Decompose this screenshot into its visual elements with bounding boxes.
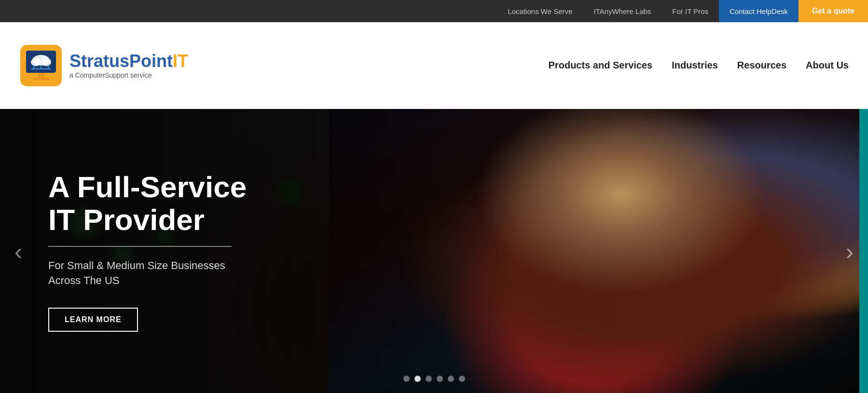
topbar-link-itpros[interactable]: For IT Pros (661, 0, 719, 22)
logo-tagline: a ComputerSupport service (69, 71, 188, 79)
logo-brand-it: IT (173, 51, 188, 71)
topbar-link-helpdesk[interactable]: Contact HelpDesk (719, 0, 799, 22)
hero-dot-3[interactable] (426, 376, 432, 382)
hero-subtitle: For Small & Medium Size BusinessesAcross… (48, 258, 247, 288)
logo-brand: StratusPointIT (69, 52, 188, 71)
hero-dot-1[interactable] (403, 376, 410, 382)
hero-title: A Full-Service IT Provider (48, 171, 247, 236)
topbar-link-labs[interactable]: ITAnyWhere Labs (583, 0, 661, 22)
hero-content: A Full-Service IT Provider For Small & M… (0, 171, 247, 332)
hero-section: A Full-Service IT Provider For Small & M… (0, 109, 868, 393)
hero-prev-arrow[interactable]: ‹ (10, 233, 27, 270)
hero-dots (403, 376, 465, 382)
learn-more-button[interactable]: LEARN MORE (48, 308, 138, 332)
header: StratusPointIT a ComputerSupport service… (0, 22, 868, 109)
logo-brand-stratus: StratusPoint (69, 51, 173, 71)
hero-title-line1: A Full-Service (48, 170, 247, 203)
main-nav: Products and Services Industries Resourc… (549, 60, 849, 71)
svg-rect-9 (38, 73, 44, 78)
logo-icon (19, 44, 63, 87)
nav-about-us[interactable]: About Us (806, 60, 849, 71)
svg-point-4 (41, 58, 51, 66)
hero-divider (48, 246, 232, 247)
hero-next-arrow[interactable]: › (841, 233, 858, 270)
hero-teal-bar (859, 109, 868, 393)
hero-dot-6[interactable] (459, 376, 465, 382)
nav-products-services[interactable]: Products and Services (549, 60, 653, 71)
hero-dot-5[interactable] (448, 376, 454, 382)
logo-text: StratusPointIT a ComputerSupport service (69, 52, 188, 80)
svg-point-3 (31, 58, 41, 66)
nav-industries[interactable]: Industries (672, 60, 718, 71)
topbar-link-locations[interactable]: Locations We Serve (497, 0, 583, 22)
hero-dot-4[interactable] (437, 376, 443, 382)
top-bar: Locations We Serve ITAnyWhere Labs For I… (0, 0, 868, 22)
get-quote-button[interactable]: Get a quote (799, 0, 868, 22)
hero-dot-2[interactable] (414, 376, 421, 382)
top-bar-links: Locations We Serve ITAnyWhere Labs For I… (497, 0, 868, 22)
nav-resources[interactable]: Resources (737, 60, 786, 71)
svg-rect-10 (33, 78, 49, 80)
hero-title-line2: IT Provider (48, 203, 205, 236)
logo-area[interactable]: StratusPointIT a ComputerSupport service (19, 44, 188, 87)
